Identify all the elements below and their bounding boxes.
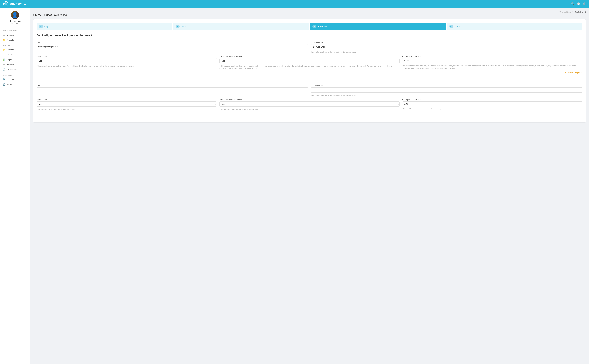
step-label-roles: Roles [181,25,186,28]
sidebar-label: Invoices [7,34,27,36]
cost-label-1: Employee Hourly Cost* [402,55,582,58]
sidebar-item-manage-aviato[interactable]: ⚙️ Manage [0,77,30,82]
sidebar: Erlich Bachman Aviato Inc Cogswell Cogs … [0,8,30,364]
active-hint-2: This should almost always be left to tru… [37,108,217,110]
chevron-right-icon: › [27,84,27,85]
step-num-1: 1. [39,25,43,28]
email-input-2[interactable] [37,87,308,92]
sidebar-item-invoices-manage[interactable]: ☰ Invoices [0,62,30,67]
sidebar-label: Projects [7,49,27,51]
step-num-2: 2. [176,25,180,28]
active-label-1: Is Role Active [37,55,217,58]
step-tabs: 1. Project 2. Roles 3. Employees 4. [37,23,582,30]
email-label-2: Email [37,84,308,87]
breadcrumb-current: Create Project [574,11,586,13]
step-label-finish: Finish [455,25,460,28]
reports-icon: 📊 [3,58,6,61]
nav-right: 🔍 🕐 ⚙️ [571,2,586,5]
user-section: Erlich Bachman Aviato Inc [0,11,30,28]
billable-hint-1: If this particular employee should not b… [219,65,400,70]
breadcrumb-parent: Cogswell Cogs [559,11,571,13]
email-label-1: Email [37,41,308,43]
role-hint-2: The role the employee will be performing… [311,94,582,96]
employee-1-row-1: Email Employee Role DevOps Engineer Fron… [37,41,582,53]
active-hint-1: This should almost always be left to tru… [37,65,217,67]
employee-1-billable-group: Is Role Organization Billable Yes No If … [219,55,400,70]
role-active-select-1[interactable]: Yes No [37,58,217,64]
sidebar-section-aviato: Aviato Inc [0,72,30,77]
timesheets-icon: 🕐 [3,68,6,71]
remove-employee-1[interactable]: 🗑 Remove Employee [37,71,582,73]
employee-1-email-group: Email [37,41,308,53]
user-name: Erlich Bachman [2,20,28,22]
sidebar-label: Reports [7,58,27,61]
employee-1-role-group: Employee Role DevOps Engineer Frontend D… [311,41,582,53]
hamburger-icon[interactable]: ☰ [24,2,26,6]
hourly-cost-input-2[interactable] [402,101,582,106]
employee-1-row-2: Is Role Active Yes No This should almost… [37,55,582,70]
sidebar-label: Timesheets [7,69,27,71]
section-heading: And finally add some Employees for the p… [37,34,582,39]
history-icon[interactable]: 🕐 [577,2,580,5]
hourly-cost-input-1[interactable] [402,58,582,63]
employee-block-2: Email Employee Role ---------- DevOps En… [37,81,582,115]
wizard-card: 1. Project 2. Roles 3. Employees 4. [33,19,586,123]
sidebar-item-switch[interactable]: 🔄 Switch › [0,82,30,87]
invoices-manage-icon: ☰ [3,63,6,66]
logo-text: anyhow [10,2,21,6]
cost-hint-1: This should be the cost to your organiza… [402,65,582,69]
search-icon[interactable]: 🔍 [571,2,574,5]
employee-2-active-group: Is Role Active Yes No This should almost… [37,99,217,110]
step-tab-project[interactable]: 1. Project [37,23,172,30]
projects-manage-icon: 📁 [3,48,6,51]
step-num-3: 3. [313,25,316,28]
employee-2-row-1: Email Employee Role ---------- DevOps En… [37,84,582,96]
sidebar-label: Clients [7,53,27,56]
employee-2-email-group: Email [37,84,308,96]
employee-2-role-group: Employee Role ---------- DevOps Engineer… [311,84,582,96]
role-label-1: Employee Role [311,41,582,43]
step-label-project: Project [44,25,51,28]
employee-2-billable-group: Is Role Organization Billable Yes No If … [219,99,400,110]
sidebar-label: Switch [7,83,25,85]
invoices-cogswell-icon: ☰ [3,34,6,36]
sidebar-item-projects-manage[interactable]: 📁 Projects [0,47,30,52]
employee-block-1: Email Employee Role DevOps Engineer Fron… [37,41,582,77]
role-hint-1: The role the employee will be performing… [311,51,582,53]
role-billable-select-2[interactable]: Yes No [219,101,400,107]
employee-role-select-2[interactable]: ---------- DevOps Engineer Frontend Deve… [311,87,582,93]
role-active-select-2[interactable]: Yes No [37,101,217,107]
employee-1-cost-group: Employee Hourly Cost* This should be the… [402,55,582,70]
avatar [11,11,19,19]
step-tab-finish[interactable]: 4. Finish [447,23,582,30]
step-tab-roles[interactable]: 2. Roles [173,23,309,30]
employee-role-select-1[interactable]: DevOps Engineer Frontend Developer Backe… [311,44,582,49]
settings-icon[interactable]: ⚙️ [583,2,586,5]
step-label-employees: Employees [318,25,328,28]
billable-hint-2: If this particular employee should not b… [219,108,400,110]
projects-cogswell-icon: 📁 [3,39,6,41]
trash-icon-1: 🗑 [565,71,567,73]
step-num-4: 4. [449,25,453,28]
billable-label-1: Is Role Organization Billable [219,55,400,58]
active-label-2: Is Role Active [37,99,217,101]
avatar-image [11,11,19,19]
sidebar-section-manage: Manage [0,42,30,47]
user-company: Aviato Inc [2,23,28,25]
sidebar-item-timesheets[interactable]: 🕐 Timesheets [0,67,30,72]
sidebar-label: Projects [7,39,27,41]
remove-label-1: Remove Employee [568,72,582,73]
step-tab-employees[interactable]: 3. Employees [310,23,446,30]
clients-icon: 🛡 [3,53,6,56]
email-input-1[interactable] [37,44,308,49]
top-nav: anyhow ☰ 🔍 🕐 ⚙️ [0,0,589,8]
manage-aviato-icon: ⚙️ [3,78,6,81]
sidebar-item-reports[interactable]: 📊 Reports [0,57,30,62]
sidebar-item-invoices-cogswell[interactable]: ☰ Invoices [0,32,30,38]
sidebar-item-clients[interactable]: 🛡 Clients [0,52,30,57]
role-billable-select-1[interactable]: Yes No [219,58,400,64]
sidebar-item-projects-cogswell[interactable]: 📁 Projects [0,38,30,42]
role-label-2: Employee Role [311,84,582,87]
main-content: Cogswell Cogs > Create Project Create Pr… [30,8,589,364]
page-title: Create Project | Aviato Inc [33,13,586,17]
